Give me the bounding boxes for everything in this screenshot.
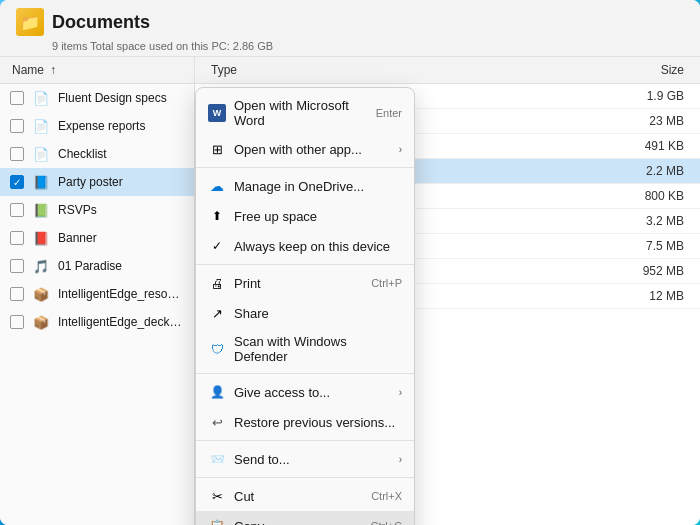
file-list: Name ↑ 📄 Fluent Design specs 📄 Expense r… <box>0 57 195 525</box>
menu-item-scan[interactable]: 🛡 Scan with Windows Defender <box>196 328 414 370</box>
file-name-5: RSVPs <box>58 203 97 217</box>
file-icon-2: 📄 <box>32 117 50 135</box>
file-item-1[interactable]: 📄 Fluent Design specs <box>0 84 194 112</box>
detail-header: Type Size <box>195 57 700 84</box>
menu-item-print[interactable]: 🖨 Print Ctrl+P <box>196 268 414 298</box>
window-title: Documents <box>52 12 150 33</box>
checkbox-5[interactable] <box>10 203 24 217</box>
menu-item-copy[interactable]: 📋 Copy Ctrl+C <box>196 511 414 525</box>
open-other-icon: ⊞ <box>208 140 226 158</box>
divider-3 <box>196 373 414 374</box>
divider-2 <box>196 264 414 265</box>
menu-item-share[interactable]: ↗ Share <box>196 298 414 328</box>
share-icon: ↗ <box>208 304 226 322</box>
file-name-2: Expense reports <box>58 119 145 133</box>
divider-4 <box>196 440 414 441</box>
detail-size-8: 952 MB <box>604 264 684 278</box>
checkbox-4[interactable]: ✓ <box>10 175 24 189</box>
file-item-4[interactable]: ✓ 📘 Party poster <box>0 168 194 196</box>
detail-size-3: 491 KB <box>604 139 684 153</box>
file-name-1: Fluent Design specs <box>58 91 167 105</box>
menu-item-open-word[interactable]: W Open with Microsoft Word Enter <box>196 92 414 134</box>
divider-5 <box>196 477 414 478</box>
access-icon: 👤 <box>208 383 226 401</box>
menu-item-give-access[interactable]: 👤 Give access to... › <box>196 377 414 407</box>
window-subtitle: 9 items Total space used on this PC: 2.8… <box>52 40 684 52</box>
arrow-give-access: › <box>399 387 402 398</box>
divider-1 <box>196 167 414 168</box>
file-item-6[interactable]: 📕 Banner <box>0 224 194 252</box>
checkbox-7[interactable] <box>10 259 24 273</box>
menu-label-print: Print <box>234 276 363 291</box>
detail-size-7: 7.5 MB <box>604 239 684 253</box>
menu-label-freeup: Free up space <box>234 209 402 224</box>
menu-item-keep-device[interactable]: ✓ Always keep on this device <box>196 231 414 261</box>
checkbox-8[interactable] <box>10 287 24 301</box>
menu-label-share: Share <box>234 306 402 321</box>
detail-size-2: 23 MB <box>604 114 684 128</box>
file-item-9[interactable]: 📦 IntelligentEdge_deck_basic <box>0 308 194 336</box>
checkbox-1[interactable] <box>10 91 24 105</box>
file-item-7[interactable]: 🎵 01 Paradise <box>0 252 194 280</box>
name-column-header[interactable]: Name <box>12 63 44 77</box>
word-icon: W <box>208 104 226 122</box>
keep-device-icon: ✓ <box>208 237 226 255</box>
menu-label-keep-device: Always keep on this device <box>234 239 402 254</box>
copy-icon: 📋 <box>208 517 226 525</box>
file-name-4: Party poster <box>58 175 123 189</box>
file-icon-8: 📦 <box>32 285 50 303</box>
menu-item-send-to[interactable]: 📨 Send to... › <box>196 444 414 474</box>
explorer-window: 📁 Documents 9 items Total space used on … <box>0 0 700 525</box>
main-content: Name ↑ 📄 Fluent Design specs 📄 Expense r… <box>0 57 700 525</box>
checkbox-6[interactable] <box>10 231 24 245</box>
menu-label-cut: Cut <box>234 489 363 504</box>
menu-label-open-word: Open with Microsoft Word <box>234 98 368 128</box>
sendto-icon: 📨 <box>208 450 226 468</box>
menu-shortcut-print: Ctrl+P <box>371 277 402 289</box>
menu-label-give-access: Give access to... <box>234 385 391 400</box>
file-name-7: 01 Paradise <box>58 259 122 273</box>
restore-icon: ↩ <box>208 413 226 431</box>
cut-icon: ✂ <box>208 487 226 505</box>
menu-item-restore[interactable]: ↩ Restore previous versions... <box>196 407 414 437</box>
file-item-5[interactable]: 📗 RSVPs <box>0 196 194 224</box>
file-list-header: Name ↑ <box>0 57 194 84</box>
type-column-header: Type <box>211 63 604 77</box>
menu-label-open-other: Open with other app... <box>234 142 391 157</box>
menu-label-onedrive: Manage in OneDrive... <box>234 179 402 194</box>
detail-size-1: 1.9 GB <box>604 89 684 103</box>
menu-shortcut-copy: Ctrl+C <box>371 520 402 525</box>
freeup-icon: ⬆ <box>208 207 226 225</box>
menu-item-onedrive[interactable]: ☁ Manage in OneDrive... <box>196 171 414 201</box>
detail-size-6: 3.2 MB <box>604 214 684 228</box>
menu-item-freeup[interactable]: ⬆ Free up space <box>196 201 414 231</box>
checkbox-3[interactable] <box>10 147 24 161</box>
file-item-8[interactable]: 📦 IntelligentEdge_resources <box>0 280 194 308</box>
file-item-3[interactable]: 📄 Checklist <box>0 140 194 168</box>
menu-label-send-to: Send to... <box>234 452 391 467</box>
arrow-send-to: › <box>399 454 402 465</box>
file-name-8: IntelligentEdge_resources <box>58 287 184 301</box>
menu-label-scan: Scan with Windows Defender <box>234 334 402 364</box>
print-icon: 🖨 <box>208 274 226 292</box>
title-bar: 📁 Documents 9 items Total space used on … <box>0 0 700 57</box>
file-name-6: Banner <box>58 231 97 245</box>
file-icon-9: 📦 <box>32 313 50 331</box>
defender-icon: 🛡 <box>208 340 226 358</box>
file-icon-3: 📄 <box>32 145 50 163</box>
file-name-9: IntelligentEdge_deck_basic <box>58 315 184 329</box>
context-menu: W Open with Microsoft Word Enter ⊞ Open … <box>195 87 415 525</box>
file-name-3: Checklist <box>58 147 107 161</box>
menu-item-open-other[interactable]: ⊞ Open with other app... › <box>196 134 414 164</box>
sort-arrow: ↑ <box>50 63 56 77</box>
checkbox-9[interactable] <box>10 315 24 329</box>
file-item-2[interactable]: 📄 Expense reports <box>0 112 194 140</box>
detail-size-4: 2.2 MB <box>604 164 684 178</box>
onedrive-icon: ☁ <box>208 177 226 195</box>
arrow-open-other: › <box>399 144 402 155</box>
checkbox-2[interactable] <box>10 119 24 133</box>
file-icon-5: 📗 <box>32 201 50 219</box>
menu-label-copy: Copy <box>234 519 363 526</box>
detail-size-5: 800 KB <box>604 189 684 203</box>
menu-item-cut[interactable]: ✂ Cut Ctrl+X <box>196 481 414 511</box>
